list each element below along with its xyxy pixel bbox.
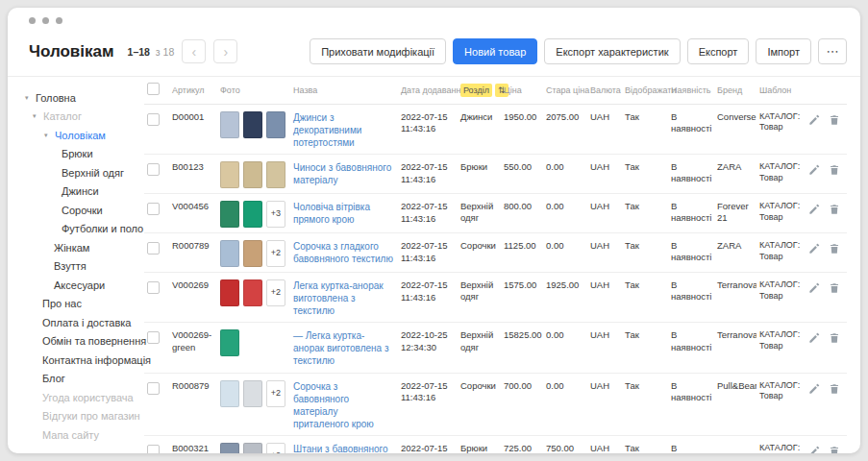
column-header[interactable]: Фото (217, 77, 290, 104)
sidebar-item[interactable]: Верхній одяг (23, 163, 140, 182)
column-header[interactable]: Ціна (501, 77, 543, 104)
column-header[interactable]: Валюта (587, 77, 622, 104)
sidebar-item[interactable]: ▾Каталог (23, 108, 140, 127)
product-photo[interactable] (220, 443, 239, 453)
sidebar-item[interactable]: Жінкам (23, 238, 140, 257)
product-photo[interactable] (266, 161, 285, 188)
trash-icon[interactable] (829, 243, 840, 255)
product-section: Верхній одяг (460, 279, 493, 302)
product-name-link[interactable]: Сорочка з бавовняного матеріалу притален… (293, 380, 395, 430)
product-name-link[interactable]: — Легка куртка-анорак виготовлена з текс… (293, 329, 395, 367)
column-header[interactable]: Стара ціна (543, 77, 587, 104)
product-photo[interactable] (243, 201, 262, 228)
trash-icon[interactable] (829, 332, 840, 345)
sidebar-item[interactable]: Оплата і доставка (23, 313, 140, 332)
column-header[interactable]: Відображати (622, 77, 668, 104)
next-page-button[interactable]: › (213, 39, 237, 63)
window-control-dot[interactable] (42, 17, 49, 24)
sidebar-item[interactable]: ▾Головна (23, 88, 140, 108)
row-checkbox[interactable] (147, 281, 160, 294)
product-photo[interactable] (243, 279, 262, 306)
row-checkbox[interactable] (147, 445, 160, 453)
row-checkbox[interactable] (147, 382, 160, 395)
edit-icon[interactable] (808, 282, 820, 295)
trash-icon[interactable] (829, 446, 840, 453)
edit-icon[interactable] (808, 164, 820, 177)
product-photo[interactable] (220, 329, 239, 356)
column-header[interactable]: Дата додавання (398, 77, 458, 104)
new-product-button[interactable]: Новий товар (453, 38, 537, 64)
product-name-link[interactable]: Чиноси з бавовняного матеріалу (293, 161, 395, 186)
product-name-link[interactable]: Сорочка з гладкого бавовняного текстилю (293, 240, 395, 265)
product-photo[interactable] (243, 111, 262, 138)
sidebar-item[interactable]: Контактна інформація (23, 351, 140, 370)
edit-icon[interactable] (808, 243, 820, 255)
product-photo[interactable] (243, 380, 262, 407)
sidebar-item[interactable]: Про нас (23, 295, 140, 314)
product-photo[interactable] (243, 240, 262, 267)
sidebar-item[interactable]: Мапа сайту (23, 425, 140, 445)
export-button[interactable]: Експорт (687, 38, 750, 64)
edit-icon[interactable] (808, 204, 820, 216)
product-photo[interactable] (220, 380, 239, 407)
sidebar-item[interactable]: Футболки и поло (23, 220, 140, 239)
row-checkbox[interactable] (147, 163, 160, 176)
sidebar-item[interactable]: Відгуки про магазин (23, 407, 140, 426)
edit-icon[interactable] (808, 446, 820, 453)
row-checkbox[interactable] (147, 203, 160, 215)
column-header[interactable]: Наявність (668, 77, 714, 104)
select-all-checkbox[interactable] (147, 83, 160, 95)
trash-icon[interactable] (829, 204, 840, 216)
edit-icon[interactable] (808, 114, 820, 127)
product-name-link[interactable]: Штани з бавовняного матеріалу прямого кр… (293, 443, 395, 453)
trash-icon[interactable] (829, 164, 840, 177)
row-checkbox[interactable] (147, 113, 160, 126)
product-name-link[interactable]: Чоловіча вітрівка прямого крою (293, 201, 395, 226)
prev-page-button[interactable]: ‹ (182, 39, 206, 63)
trash-icon[interactable] (829, 282, 840, 295)
row-checkbox[interactable] (147, 331, 160, 344)
product-photo[interactable] (243, 443, 262, 453)
product-photo[interactable] (220, 240, 239, 267)
product-photo[interactable] (220, 111, 239, 138)
product-photo[interactable] (243, 161, 262, 188)
more-photos-badge[interactable]: +2 (266, 443, 285, 453)
product-photo[interactable] (266, 111, 285, 138)
sidebar-item-label: Взуття (54, 260, 87, 272)
sidebar-item[interactable]: ▾Чоловікам (23, 126, 140, 145)
column-header[interactable]: Артикул (169, 77, 217, 104)
window-control-dot[interactable] (29, 17, 36, 24)
column-header[interactable]: Бренд (714, 77, 756, 104)
more-photos-badge[interactable]: +2 (266, 380, 285, 407)
import-button[interactable]: Імпорт (756, 38, 811, 64)
more-photos-badge[interactable]: +2 (266, 279, 285, 306)
more-photos-badge[interactable]: +2 (266, 240, 285, 267)
sidebar-item[interactable]: Аксесуари (23, 276, 140, 295)
product-name-link[interactable]: Джинси з декоративними потертостями (293, 111, 395, 149)
sidebar-item[interactable]: Угода користувача (23, 388, 140, 407)
row-checkbox[interactable] (147, 242, 160, 255)
more-actions-button[interactable]: ⋯ (818, 38, 847, 64)
product-photo[interactable] (220, 201, 239, 228)
sidebar-item[interactable]: Джинси (23, 182, 140, 202)
sidebar-item[interactable]: Блог (23, 370, 140, 389)
sidebar-item[interactable]: Взуття (23, 257, 140, 277)
product-photo[interactable] (220, 279, 239, 306)
product-name-link[interactable]: Легка куртка-анорак виготовлена з тексти… (293, 279, 395, 317)
edit-icon[interactable] (808, 383, 820, 396)
sidebar-item[interactable]: Обмін та повернення (23, 332, 140, 352)
export-characteristics-button[interactable]: Експорт характеристик (544, 38, 680, 64)
sidebar-item[interactable]: Сорочки (23, 201, 140, 220)
hide-modifications-button[interactable]: Приховати модифікації (310, 38, 446, 64)
table-row: R000789+2Сорочка з гладкого бавовняного … (144, 232, 847, 272)
trash-icon[interactable] (829, 383, 840, 396)
column-header[interactable]: Розділ⇅ (458, 77, 501, 104)
window-control-dot[interactable] (56, 17, 62, 24)
sidebar-item[interactable]: Брюки (23, 145, 140, 164)
column-header[interactable]: Назва (290, 77, 398, 104)
more-photos-badge[interactable]: +3 (266, 201, 285, 228)
product-photo[interactable] (220, 161, 239, 188)
edit-icon[interactable] (808, 332, 820, 345)
trash-icon[interactable] (829, 114, 840, 127)
column-header[interactable]: Шаблон (756, 77, 808, 104)
